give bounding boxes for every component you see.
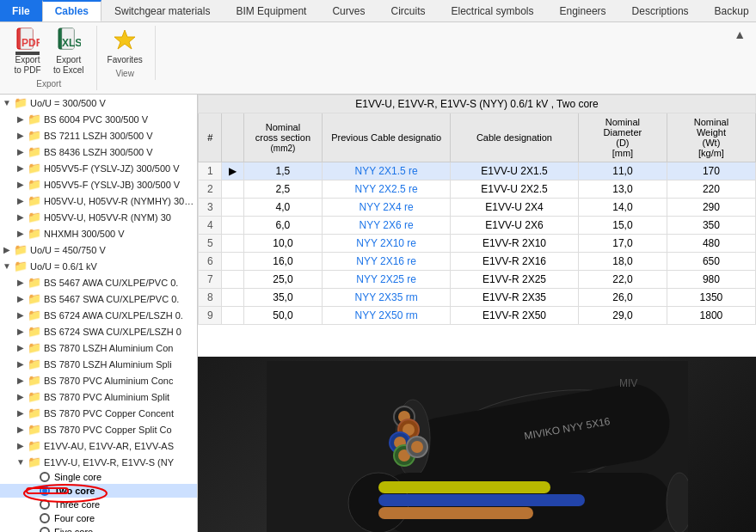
menu-tab-bim[interactable]: BIM Equipment <box>223 0 319 21</box>
tree-item-bs8436-toggle: ▶ <box>14 147 28 156</box>
tree-item-bs6724-awa[interactable]: ▶ 📁 BS 6724 AWA CU/XLPE/LSZH 0. <box>0 307 197 323</box>
tree-item-bs6004[interactable]: ▶ 📁 BS 6004 PVC 300/500 V <box>0 111 197 127</box>
tree-item-bs7211[interactable]: ▶ 📁 BS 7211 LSZH 300/500 V <box>0 127 197 144</box>
cell-diam-3: 14,0 <box>578 199 667 217</box>
radio-three-core[interactable]: Three core <box>0 498 197 511</box>
table-row-3[interactable]: 3 4,0 NYY 2X4 re E1VV-U 2X4 14,0 290 <box>199 199 756 217</box>
cell-diam-4: 15,0 <box>578 217 667 235</box>
cell-weight-1: 170 <box>667 162 755 180</box>
menu-tab-backup[interactable]: Backup <box>702 0 756 21</box>
table-body: 1 ▶ 1,5 NYY 2X1.5 re E1VV-U 2X1.5 11,0 1… <box>199 162 756 325</box>
menu-tab-switchgear[interactable]: Switchgear materials <box>101 0 223 21</box>
tree-item-bs7870-lszh-alu-split[interactable]: ▶ 📁 BS 7870 LSZH Aluminium Spli <box>0 356 197 372</box>
cell-num-5: 5 <box>199 235 222 253</box>
tree-toggle-h05vv5f-jz: ▶ <box>14 163 28 173</box>
svg-point-22 <box>411 441 423 453</box>
tree-item-bs7870-lszh-alu-conc[interactable]: ▶ 📁 BS 7870 LSZH Aluminium Con <box>0 339 197 356</box>
tree-item-h05vv5f-jz[interactable]: ▶ 📁 H05VV5-F (YSLV-JZ) 300/500 V <box>0 160 197 176</box>
cell-prev-9[interactable]: NYY 2X50 rm <box>323 307 451 325</box>
menu-tab-descriptions[interactable]: Descriptions <box>619 0 702 21</box>
folder-300-500-icon: 📁 <box>14 96 28 109</box>
table-row-9[interactable]: 9 50,0 NYY 2X50 rm E1VV-R 2X50 29,0 1800 <box>199 307 756 325</box>
cell-cable-3: E1VV-U 2X4 <box>451 199 579 217</box>
cell-prev-3[interactable]: NYY 2X4 re <box>323 199 451 217</box>
label-bs7870-lszh-alu-conc: BS 7870 LSZH Aluminium Con <box>44 343 173 353</box>
toolbar-export-group: PDF Exportto PDF XLS Exportto E <box>7 26 97 90</box>
tree-item-bs5467-swa[interactable]: ▶ 📁 BS 5467 SWA CU/XLPE/PVC 0. <box>0 290 197 307</box>
cell-num-7: 7 <box>199 271 222 289</box>
cell-prev-5[interactable]: NYY 2X10 re <box>323 235 451 253</box>
cell-num-6: 6 <box>199 253 222 271</box>
tree-item-bs6724-swa[interactable]: ▶ 📁 BS 6724 SWA CU/XLPE/LSZH 0 <box>0 323 197 339</box>
tree-item-e1vv-u-group[interactable]: ▼ 📁 E1VV-U, E1VV-R, E1VV-S (NY <box>0 454 197 470</box>
cell-prev-4[interactable]: NYY 2X6 re <box>323 217 451 235</box>
menu-tab-circuits[interactable]: Circuits <box>378 0 438 21</box>
tree-item-bs7870-pvc-cu-conc[interactable]: ▶ 📁 BS 7870 PVC Copper Concent <box>0 405 197 421</box>
tree-item-h05vvu-nym[interactable]: ▶ 📁 H05VV-U, H05VV-R (NYM) 30 <box>0 209 197 225</box>
table-row-1[interactable]: 1 ▶ 1,5 NYY 2X1.5 re E1VV-U 2X1.5 11,0 1… <box>199 162 756 180</box>
cell-num-8: 8 <box>199 289 222 307</box>
toolbar-export-buttons: PDF Exportto PDF XLS Exportto E <box>9 26 89 77</box>
menu-bar: File Cables Switchgear materials BIM Equ… <box>0 0 756 22</box>
cell-cable-9: E1VV-R 2X50 <box>451 307 579 325</box>
table-row-4[interactable]: 4 6,0 NYY 2X6 re E1VV-U 2X6 15,0 350 <box>199 217 756 235</box>
tree-section-450-750[interactable]: ▶ 📁 Uo/U = 450/750 V <box>0 242 197 258</box>
folder-e1vv-au-icon: 📁 <box>28 439 41 452</box>
table-row-2[interactable]: 2 2,5 NYY 2X2.5 re E1VV-U 2X2.5 13,0 220 <box>199 180 756 199</box>
app-container: File Cables Switchgear materials BIM Equ… <box>0 0 756 532</box>
tree-item-bs7870-pvc-cu-split[interactable]: ▶ 📁 BS 7870 PVC Copper Split Co <box>0 421 197 437</box>
cell-diam-5: 17,0 <box>578 235 667 253</box>
cell-weight-6: 650 <box>667 253 755 271</box>
menu-tab-file[interactable]: File <box>0 0 42 21</box>
tree-item-bs7870-pvc-alu-conc[interactable]: ▶ 📁 BS 7870 PVC Aluminium Conc <box>0 372 197 388</box>
export-pdf-button[interactable]: PDF Exportto PDF <box>9 26 46 77</box>
tree-item-e1vv-au[interactable]: ▶ 📁 E1VV-AU, E1VV-AR, E1VV-AS <box>0 437 197 454</box>
cell-num-2: 2 <box>199 180 222 199</box>
tree-item-h05vvu-nymhy[interactable]: ▶ 📁 H05VV-U, H05VV-R (NYMHY) 300/5 <box>0 193 197 209</box>
col-prev: Previous Cable designatio <box>323 113 451 162</box>
svg-rect-26 <box>378 494 585 506</box>
table-row-8[interactable]: 8 35,0 NYY 2X35 rm E1VV-R 2X35 26,0 1350 <box>199 289 756 307</box>
tree-item-h05vv5f-jb[interactable]: ▶ 📁 H05VV5-F (YSLV-JB) 300/500 V <box>0 176 197 193</box>
folder-bs5467-awa-icon: 📁 <box>28 276 41 289</box>
cell-prev-1[interactable]: NYY 2X1.5 re <box>323 162 451 180</box>
cell-prev-2[interactable]: NYY 2X2.5 re <box>323 180 451 199</box>
radio-single-core[interactable]: Single core <box>0 470 197 484</box>
cell-prev-8[interactable]: NYY 2X35 rm <box>323 289 451 307</box>
menu-tab-engineers[interactable]: Engineers <box>547 0 619 21</box>
cell-mm2-2: 2,5 <box>243 180 323 199</box>
folder-bs7870-lszh-alu-split-icon: 📁 <box>28 358 41 370</box>
cell-mm2-6: 16,0 <box>243 253 323 271</box>
table-row-6[interactable]: 6 16,0 NYY 2X16 re E1VV-R 2X16 18,0 650 <box>199 253 756 271</box>
tree-toggle-h05vvu-nym: ▶ <box>14 212 28 222</box>
table-row-7[interactable]: 7 25,0 NYY 2X25 re E1VV-R 2X25 22,0 980 <box>199 271 756 289</box>
tree-panel: ▼ 📁 Uo/U = 300/500 V ▶ 📁 BS 6004 PVC 300… <box>0 95 198 532</box>
table-row-5[interactable]: 5 10,0 NYY 2X10 re E1VV-R 2X10 17,0 480 <box>199 235 756 253</box>
toggle-bs7870-lszh-alu-split: ▶ <box>14 359 28 369</box>
tree-label-450-750: Uo/U = 450/750 V <box>30 245 106 255</box>
menu-tab-electrical[interactable]: Electrical symbols <box>438 0 546 21</box>
svg-marker-6 <box>114 30 135 49</box>
cell-arrow-3 <box>222 199 243 217</box>
radio-five-core[interactable]: Five core <box>0 525 197 532</box>
cell-mm2-9: 50,0 <box>243 307 323 325</box>
radio-four-core[interactable]: Four core <box>0 511 197 525</box>
tree-section-300-500[interactable]: ▼ 📁 Uo/U = 300/500 V <box>0 95 197 111</box>
menu-tab-curves[interactable]: Curves <box>319 0 378 21</box>
tree-section-06-1kv[interactable]: ▼ 📁 Uo/U = 0.6/1 kV <box>0 258 197 274</box>
toolbar: PDF Exportto PDF XLS Exportto E <box>0 22 756 95</box>
tree-item-bs8436[interactable]: ▶ 📁 BS 8436 LSZH 300/500 V <box>0 144 197 160</box>
export-excel-button[interactable]: XLS Exportto Excel <box>48 26 89 77</box>
menu-tab-cables[interactable]: Cables <box>42 0 101 21</box>
tree-item-bs5467-awa[interactable]: ▶ 📁 BS 5467 AWA CU/XLPE/PVC 0. <box>0 274 197 290</box>
favorites-button[interactable]: Favorites <box>102 26 148 67</box>
cell-prev-6[interactable]: NYY 2X16 re <box>323 253 451 271</box>
table-title-row: E1VV-U, E1VV-R, E1VV-S (NYY) 0.6/1 kV , … <box>199 95 756 113</box>
radio-two-core[interactable]: Two core <box>0 484 197 498</box>
tree-item-nhxmh[interactable]: ▶ 📁 NHXMH 300/500 V <box>0 225 197 242</box>
toggle-450-750: ▶ <box>0 245 14 254</box>
tree-item-bs7870-pvc-alu-split[interactable]: ▶ 📁 BS 7870 PVC Aluminium Split <box>0 388 197 405</box>
cell-prev-7[interactable]: NYY 2X25 re <box>323 271 451 289</box>
cell-cable-1: E1VV-U 2X1.5 <box>451 162 579 180</box>
toolbar-collapse-button[interactable]: ▲ <box>730 26 749 43</box>
